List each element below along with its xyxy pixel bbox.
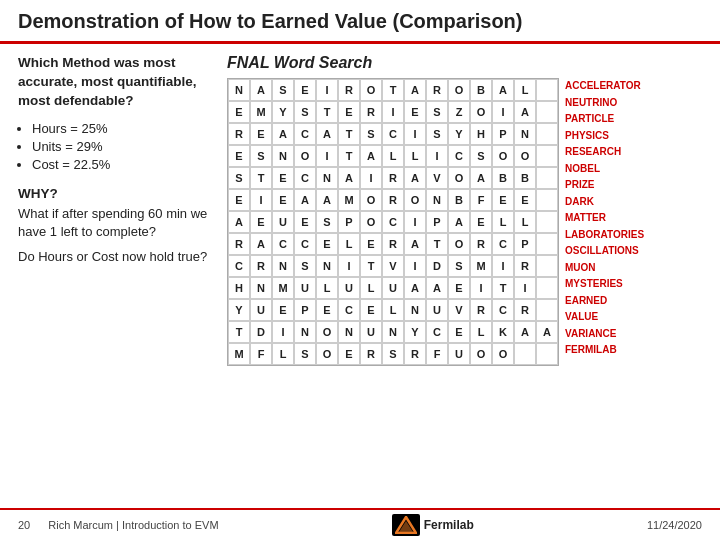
- ws-cell: C: [294, 123, 316, 145]
- footer-date: 11/24/2020: [647, 519, 702, 531]
- ws-cell: C: [382, 123, 404, 145]
- ws-cell: T: [360, 255, 382, 277]
- ws-cell: H: [470, 123, 492, 145]
- wordsearch-word: VALUE: [565, 309, 644, 325]
- ws-cell: F: [250, 343, 272, 365]
- ws-cell: S: [448, 255, 470, 277]
- ws-cell: E: [316, 299, 338, 321]
- ws-cell: T: [492, 277, 514, 299]
- ws-cell: M: [338, 189, 360, 211]
- ws-cell: A: [470, 167, 492, 189]
- ws-cell: N: [382, 321, 404, 343]
- ws-cell: S: [250, 145, 272, 167]
- ws-cell: L: [338, 233, 360, 255]
- ws-cell: U: [338, 277, 360, 299]
- ws-cell: R: [382, 189, 404, 211]
- ws-cell: O: [360, 79, 382, 101]
- ws-cell: P: [492, 123, 514, 145]
- wordsearch-word: NOBEL: [565, 161, 644, 177]
- ws-cell: O: [448, 79, 470, 101]
- ws-cell: I: [382, 101, 404, 123]
- ws-cell: S: [294, 255, 316, 277]
- ws-cell: L: [360, 277, 382, 299]
- ws-cell: M: [272, 277, 294, 299]
- ws-cell: R: [338, 79, 360, 101]
- ws-cell: U: [448, 343, 470, 365]
- ws-cell: N: [338, 321, 360, 343]
- ws-cell: E: [404, 101, 426, 123]
- ws-cell: V: [382, 255, 404, 277]
- ws-cell: E: [228, 145, 250, 167]
- ws-cell: C: [492, 233, 514, 255]
- wordsearch-word: FERMILAB: [565, 342, 644, 358]
- ws-cell: R: [404, 343, 426, 365]
- ws-cell: O: [294, 145, 316, 167]
- ws-cell: R: [360, 101, 382, 123]
- ws-cell: O: [448, 233, 470, 255]
- bullet-units: Units = 29%: [32, 139, 213, 154]
- ws-cell: E: [492, 189, 514, 211]
- ws-cell: O: [448, 167, 470, 189]
- ws-cell: N: [272, 255, 294, 277]
- ws-cell: [536, 123, 558, 145]
- ws-cell: A: [250, 79, 272, 101]
- ws-cell: A: [294, 189, 316, 211]
- wordsearch-grid: NASEIROTAROBALEMYSTERIESZOIAREACATSCISYH…: [227, 78, 559, 366]
- ws-cell: R: [360, 343, 382, 365]
- ws-cell: V: [426, 167, 448, 189]
- ws-cell: Y: [404, 321, 426, 343]
- ws-cell: S: [426, 101, 448, 123]
- ws-cell: S: [360, 123, 382, 145]
- ws-cell: M: [470, 255, 492, 277]
- ws-cell: N: [228, 79, 250, 101]
- ws-cell: A: [228, 211, 250, 233]
- ws-cell: C: [294, 167, 316, 189]
- wordsearch-word: ACCELERATOR: [565, 78, 644, 94]
- ws-cell: F: [470, 189, 492, 211]
- ws-cell: R: [250, 255, 272, 277]
- page-number: 20: [18, 519, 30, 531]
- ws-cell: E: [360, 233, 382, 255]
- ws-cell: E: [294, 79, 316, 101]
- ws-cell: I: [514, 277, 536, 299]
- ws-cell: I: [492, 101, 514, 123]
- ws-cell: E: [294, 211, 316, 233]
- ws-cell: U: [382, 277, 404, 299]
- ws-cell: I: [492, 255, 514, 277]
- ws-cell: R: [228, 233, 250, 255]
- why-label: WHY?: [18, 186, 213, 201]
- ws-cell: O: [470, 101, 492, 123]
- ws-cell: R: [470, 299, 492, 321]
- ws-cell: Y: [272, 101, 294, 123]
- ws-cell: S: [426, 123, 448, 145]
- ws-cell: L: [382, 299, 404, 321]
- ws-cell: E: [338, 101, 360, 123]
- ws-cell: R: [382, 167, 404, 189]
- ws-cell: B: [514, 167, 536, 189]
- ws-cell: R: [228, 123, 250, 145]
- ws-cell: L: [492, 211, 514, 233]
- ws-cell: A: [514, 101, 536, 123]
- ws-cell: E: [470, 211, 492, 233]
- ws-cell: F: [426, 343, 448, 365]
- ws-cell: I: [338, 255, 360, 277]
- wordsearch-word: MYSTERIES: [565, 276, 644, 292]
- ws-cell: O: [470, 343, 492, 365]
- ws-cell: A: [536, 321, 558, 343]
- ws-cell: E: [228, 189, 250, 211]
- ws-cell: T: [382, 79, 404, 101]
- right-panel: FNAL Word Search NASEIROTAROBALEMYSTERIE…: [227, 54, 702, 366]
- ws-cell: E: [272, 167, 294, 189]
- wordsearch-word: VARIANCE: [565, 326, 644, 342]
- ws-cell: E: [250, 123, 272, 145]
- ws-cell: I: [272, 321, 294, 343]
- slide-header: Demonstration of How to Earned Value (Co…: [0, 0, 720, 44]
- ws-cell: C: [426, 321, 448, 343]
- ws-cell: E: [316, 233, 338, 255]
- ws-cell: A: [404, 167, 426, 189]
- ws-cell: R: [514, 255, 536, 277]
- ws-cell: C: [338, 299, 360, 321]
- ws-cell: N: [514, 123, 536, 145]
- ws-cell: L: [316, 277, 338, 299]
- ws-cell: B: [470, 79, 492, 101]
